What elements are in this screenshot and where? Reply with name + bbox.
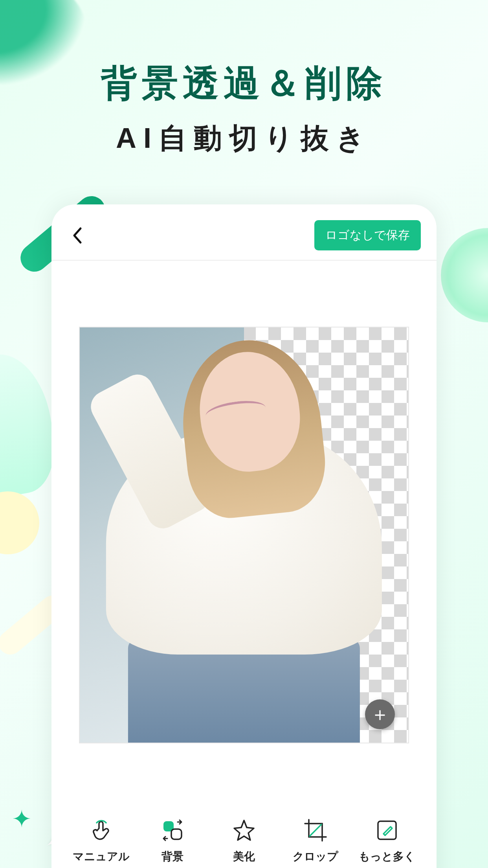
- tool-beautify[interactable]: 美化: [209, 818, 279, 864]
- chevron-left-icon: [71, 226, 83, 245]
- tool-label: マニュアル: [73, 849, 130, 864]
- top-bar: ロゴなしで保存: [51, 204, 437, 261]
- svg-line-2: [310, 824, 321, 836]
- tool-label: もっと多く: [359, 849, 415, 864]
- crop-icon: [303, 818, 328, 843]
- hand-tap-icon: [88, 818, 114, 843]
- tool-label: 美化: [233, 849, 255, 864]
- promo-headline: 背景透過＆削除: [101, 59, 387, 108]
- tool-label: 背景: [161, 849, 183, 864]
- star-icon: [231, 818, 257, 843]
- phone-frame: ロゴなしで保存 ＋: [51, 204, 437, 868]
- blob-decoration: [441, 228, 488, 322]
- subject-cutout: [106, 344, 382, 743]
- promo-subheadline: AI自動切り抜き: [101, 120, 387, 157]
- tool-crop[interactable]: クロップ: [280, 818, 351, 864]
- svg-rect-1: [171, 829, 182, 839]
- blob-decoration: [0, 491, 39, 554]
- canvas-area[interactable]: ＋: [51, 261, 437, 801]
- back-button[interactable]: [67, 226, 87, 245]
- blob-decoration: [0, 0, 86, 86]
- tool-background[interactable]: 背景: [137, 818, 208, 864]
- background-swap-icon: [160, 818, 185, 843]
- bottom-toolbar: マニュアル 背景: [51, 801, 437, 868]
- tool-more[interactable]: もっと多く: [352, 818, 422, 864]
- promo-title: 背景透過＆削除 AI自動切り抜き: [101, 59, 387, 157]
- add-button[interactable]: ＋: [365, 699, 395, 729]
- plus-icon: ＋: [371, 702, 389, 727]
- edit-icon: [374, 818, 400, 843]
- tool-label: クロップ: [293, 849, 338, 864]
- save-without-logo-button[interactable]: ロゴなしで保存: [314, 220, 421, 250]
- promo-background: ✦ ✦ 背景透過＆削除 AI自動切り抜き ロゴなしで保存: [0, 0, 488, 868]
- sparkle-icon: ✦: [12, 805, 31, 833]
- tool-manual[interactable]: マニュアル: [66, 818, 136, 864]
- image-canvas[interactable]: ＋: [79, 327, 409, 743]
